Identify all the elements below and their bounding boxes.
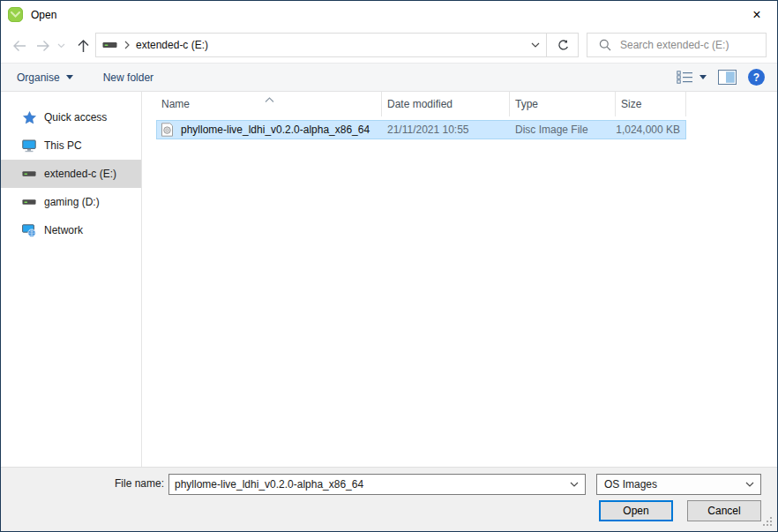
search-input[interactable] bbox=[620, 39, 766, 51]
chevron-down-icon bbox=[570, 482, 579, 487]
breadcrumb-chevron-icon bbox=[124, 41, 130, 49]
file-size-cell: 1,024,000 KB bbox=[616, 124, 680, 136]
chevron-down-icon bbox=[745, 482, 754, 487]
new-folder-button[interactable]: New folder bbox=[94, 64, 162, 91]
up-button[interactable] bbox=[74, 37, 92, 55]
preview-pane-icon bbox=[718, 70, 737, 85]
cancel-button[interactable]: Cancel bbox=[687, 500, 761, 521]
forward-arrow-icon bbox=[35, 38, 52, 54]
caret-down-icon bbox=[699, 75, 707, 79]
file-type-selected: OS Images bbox=[597, 478, 739, 491]
app-icon-chevron bbox=[11, 11, 20, 18]
file-name-combobox[interactable] bbox=[168, 474, 586, 495]
file-date-cell: 21/11/2021 10:55 bbox=[382, 124, 510, 136]
sidebar-item-extended-c[interactable]: extended-c (E:) bbox=[1, 160, 141, 188]
address-bar[interactable]: extended-c (E:) bbox=[95, 33, 579, 57]
column-header-row: Name Date modified Type Size bbox=[142, 92, 777, 116]
sidebar-item-label: extended-c (E:) bbox=[44, 168, 116, 180]
drive-icon bbox=[102, 40, 117, 50]
star-icon bbox=[22, 110, 36, 124]
back-arrow-icon bbox=[11, 38, 27, 54]
title-bar: Open × bbox=[1, 1, 777, 28]
column-header-size[interactable]: Size bbox=[616, 92, 686, 116]
drive-icon bbox=[22, 167, 36, 181]
column-header-name[interactable]: Name bbox=[156, 92, 382, 116]
network-icon bbox=[22, 223, 36, 237]
command-toolbar: Organise New folder bbox=[1, 63, 777, 92]
file-name-label: File name: bbox=[89, 477, 164, 490]
file-name-dropdown-button[interactable] bbox=[564, 475, 585, 494]
details-view-icon bbox=[677, 71, 693, 84]
up-arrow-icon bbox=[76, 38, 91, 54]
caret-down-icon bbox=[66, 75, 73, 79]
close-button[interactable]: × bbox=[737, 1, 777, 28]
navigation-bar: extended-c (E:) bbox=[1, 28, 777, 63]
refresh-button[interactable] bbox=[546, 33, 579, 57]
resize-grip[interactable] bbox=[762, 516, 774, 528]
open-dialog-window: Open × bbox=[0, 0, 778, 532]
search-icon bbox=[599, 39, 611, 51]
sidebar-item-label: This PC bbox=[44, 139, 82, 152]
toolbar-right-group: ? bbox=[677, 64, 765, 91]
chevron-down-icon bbox=[531, 42, 540, 48]
file-list-panel: Name Date modified Type Size bbox=[142, 92, 777, 467]
forward-button[interactable] bbox=[34, 37, 52, 55]
app-icon bbox=[8, 7, 23, 22]
column-header-date-modified[interactable]: Date modified bbox=[382, 92, 510, 116]
recent-locations-button[interactable] bbox=[56, 37, 66, 55]
dialog-footer: File name: OS Images Open Cancel bbox=[1, 467, 777, 531]
drive-icon bbox=[22, 195, 36, 209]
monitor-icon bbox=[22, 139, 36, 153]
file-type-cell: Disc Image File bbox=[510, 124, 616, 136]
sidebar-item-quick-access[interactable]: Quick access bbox=[1, 103, 141, 131]
back-button[interactable] bbox=[10, 37, 27, 55]
column-header-type[interactable]: Type bbox=[510, 92, 616, 116]
chevron-down-icon bbox=[57, 43, 65, 49]
help-button[interactable]: ? bbox=[748, 69, 765, 86]
sidebar-item-gaming-d[interactable]: gaming (D:) bbox=[1, 188, 141, 216]
view-mode-button[interactable] bbox=[677, 71, 707, 84]
file-type-dropdown-button[interactable] bbox=[739, 475, 760, 494]
search-box[interactable] bbox=[587, 33, 767, 57]
open-button[interactable]: Open bbox=[599, 500, 673, 521]
organise-label: Organise bbox=[17, 71, 60, 84]
sidebar-item-this-pc[interactable]: This PC bbox=[1, 131, 141, 160]
file-name-text: phyllome-live_ldhi_v0.2.0-alpha_x86_64 bbox=[181, 124, 370, 136]
refresh-icon bbox=[557, 39, 570, 52]
sidebar-item-label: Network bbox=[44, 224, 83, 236]
organise-button[interactable]: Organise bbox=[8, 64, 82, 91]
address-dropdown-button[interactable] bbox=[524, 34, 547, 56]
preview-pane-button[interactable] bbox=[718, 70, 737, 85]
breadcrumb-location[interactable]: extended-c (E:) bbox=[136, 39, 208, 51]
disc-image-file-icon bbox=[161, 123, 175, 137]
sidebar-item-label: Quick access bbox=[44, 111, 107, 124]
file-name-input[interactable] bbox=[169, 478, 564, 491]
new-folder-label: New folder bbox=[103, 71, 153, 84]
file-row-selected[interactable]: phyllome-live_ldhi_v0.2.0-alpha_x86_64 2… bbox=[156, 120, 686, 139]
file-name-cell: phyllome-live_ldhi_v0.2.0-alpha_x86_64 bbox=[157, 123, 382, 137]
file-type-combobox[interactable]: OS Images bbox=[596, 474, 761, 495]
sidebar-item-network[interactable]: Network bbox=[1, 216, 141, 244]
window-title: Open bbox=[31, 9, 56, 21]
navigation-sidebar: Quick access This PC bbox=[1, 92, 142, 467]
sidebar-item-label: gaming (D:) bbox=[44, 196, 100, 208]
content-area: Quick access This PC bbox=[1, 92, 777, 467]
